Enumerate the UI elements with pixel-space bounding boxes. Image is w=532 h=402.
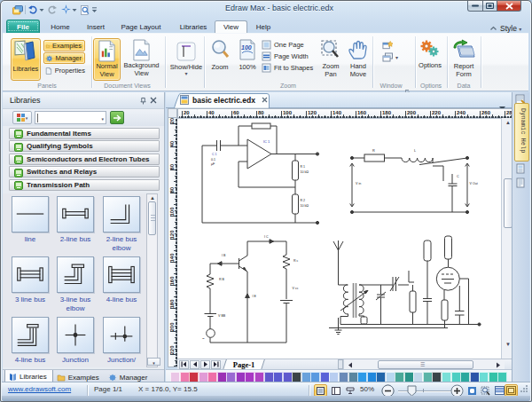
svg-text:180: 180 (382, 110, 392, 115)
svg-text:60: 60 (169, 163, 175, 169)
svg-text:C 1: C 1 (212, 153, 217, 156)
svg-text:I B: I B (222, 254, 226, 257)
svg-text:10 kΩ: 10 kΩ (301, 170, 309, 174)
svg-text:80: 80 (169, 186, 175, 193)
svg-text:L: L (414, 149, 416, 153)
svg-text:I C: I C (264, 235, 269, 239)
svg-text:C: C (457, 175, 459, 178)
svg-text:IC 1: IC 1 (263, 139, 270, 144)
svg-text:160: 160 (169, 276, 175, 286)
svg-text:V BB: V BB (218, 314, 226, 318)
svg-text:R: R (372, 149, 375, 153)
svg-text:180: 180 (169, 299, 175, 309)
svg-text:140: 140 (169, 253, 175, 263)
svg-text:20: 20 (169, 118, 175, 124)
svg-text:220: 220 (432, 110, 442, 115)
svg-text:μF: μF (211, 162, 215, 166)
svg-text:R B: R B (219, 278, 225, 281)
svg-text:260: 260 (481, 110, 491, 115)
svg-text:240: 240 (457, 110, 466, 115)
svg-text:I E: I E (253, 295, 257, 298)
svg-text:R c: R c (293, 259, 299, 263)
svg-text:60: 60 (233, 110, 239, 115)
svg-text:40: 40 (169, 140, 175, 146)
svg-text:40: 40 (208, 110, 215, 115)
svg-text:100: 100 (169, 207, 175, 217)
svg-text:120: 120 (308, 110, 317, 115)
svg-text:200: 200 (407, 110, 417, 115)
svg-text:V cc: V cc (293, 287, 299, 290)
svg-text:10 kΩ: 10 kΩ (301, 204, 309, 208)
svg-text:100: 100 (241, 44, 252, 51)
svg-text:V Out: V Out (470, 182, 478, 185)
svg-text:220: 220 (169, 345, 175, 355)
svg-text:R 2: R 2 (301, 199, 306, 202)
svg-text:80: 80 (258, 110, 264, 115)
svg-text:160: 160 (357, 110, 367, 115)
svg-text:200: 200 (169, 322, 175, 332)
svg-text:R 1: R 1 (301, 165, 306, 169)
svg-text:20: 20 (184, 110, 190, 115)
svg-text:~: ~ (202, 336, 205, 341)
svg-text:100: 100 (283, 110, 293, 115)
svg-text:140: 140 (332, 110, 342, 115)
svg-text:0.1: 0.1 (211, 158, 215, 162)
svg-text:120: 120 (169, 230, 175, 240)
svg-text:V in: V in (356, 182, 361, 185)
